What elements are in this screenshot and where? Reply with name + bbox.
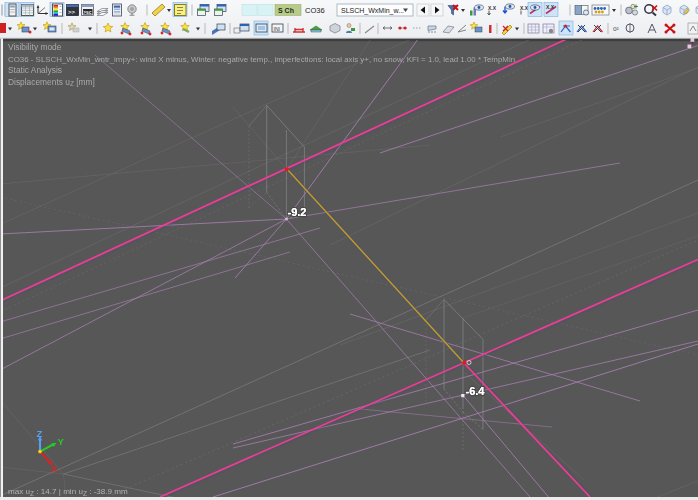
svg-text:X.X: X.X <box>520 5 529 11</box>
svg-text:max uZ : 14.7 | min uZ : -38.9: max uZ : 14.7 | min uZ : -38.9 mm <box>8 487 128 497</box>
svg-text:o²: o² <box>613 25 620 32</box>
svg-text:>sc: >sc <box>83 10 91 15</box>
svg-text:-9.2: -9.2 <box>288 206 307 218</box>
svg-text:X.X: X.X <box>546 4 555 10</box>
svg-text:S Ch: S Ch <box>278 7 294 14</box>
svg-text:X.X: X.X <box>488 5 497 11</box>
svg-text:CO36: CO36 <box>305 6 325 15</box>
svg-text:-6.4: -6.4 <box>466 385 486 397</box>
svg-text:Z: Z <box>37 428 43 439</box>
svg-text:Static Analysis: Static Analysis <box>8 65 62 75</box>
svg-text:Visibility mode: Visibility mode <box>8 42 62 52</box>
svg-text:X: X <box>51 463 58 474</box>
svg-text:>>: >> <box>68 9 76 15</box>
svg-text:Y: Y <box>58 436 65 447</box>
svg-text:INI: INI <box>274 26 280 32</box>
svg-text:CO36 - SLSCH_WxMin_wntr_impy+:: CO36 - SLSCH_WxMin_wntr_impy+: wind X mi… <box>8 55 515 64</box>
svg-text:SLSCH_WxMin_w...: SLSCH_WxMin_w... <box>341 7 404 15</box>
svg-text:Displacements uZ [mm]: Displacements uZ [mm] <box>8 77 95 88</box>
